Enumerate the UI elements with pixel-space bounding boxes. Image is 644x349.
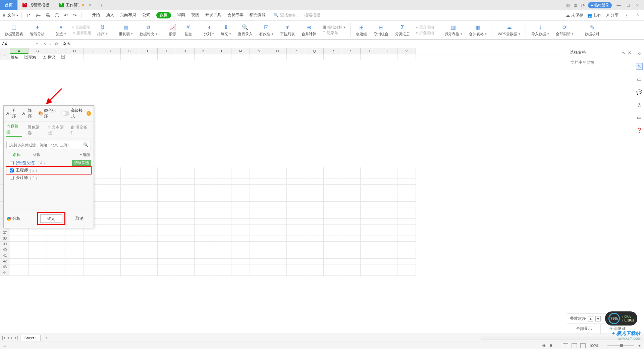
- cell[interactable]: [139, 54, 158, 60]
- cell[interactable]: [324, 219, 342, 225]
- cell[interactable]: [397, 202, 416, 207]
- cell[interactable]: [231, 207, 250, 213]
- horizontal-scrollbar[interactable]: [52, 336, 642, 340]
- cell[interactable]: [195, 54, 213, 60]
- cell[interactable]: [342, 247, 361, 253]
- cell[interactable]: [324, 167, 342, 173]
- command-search[interactable]: 🔍 查找命令… 搜索模板: [274, 12, 320, 18]
- cell[interactable]: [121, 253, 139, 259]
- cell[interactable]: [139, 202, 158, 207]
- sort-desc-button[interactable]: A↑ 降序: [22, 108, 35, 119]
- cell[interactable]: [305, 225, 324, 230]
- ribbon-fund[interactable]: ¥基金: [181, 24, 195, 37]
- cell[interactable]: [268, 230, 287, 236]
- cell[interactable]: [305, 253, 324, 259]
- cell[interactable]: [397, 173, 416, 179]
- zoom-slider[interactable]: [607, 345, 634, 346]
- cell[interactable]: [176, 213, 195, 219]
- cell[interactable]: [342, 207, 361, 213]
- cell[interactable]: [268, 219, 287, 225]
- cell[interactable]: [139, 173, 158, 179]
- cell[interactable]: [379, 185, 397, 190]
- col-header-Q[interactable]: Q: [305, 48, 324, 54]
- cell[interactable]: [231, 190, 250, 196]
- ribbon-pivot[interactable]: ◫数据透视表: [2, 24, 26, 37]
- cell[interactable]: [121, 196, 139, 202]
- cell[interactable]: [176, 242, 195, 247]
- cell[interactable]: [10, 270, 29, 276]
- cell[interactable]: [65, 253, 84, 259]
- cell[interactable]: [176, 230, 195, 236]
- cell[interactable]: [10, 264, 29, 270]
- row-header[interactable]: 38: [0, 236, 10, 242]
- cell[interactable]: [195, 202, 213, 207]
- row-header[interactable]: 1: [0, 54, 10, 60]
- cell[interactable]: [213, 259, 231, 264]
- ribbon-dropdown[interactable]: ▾下拉列表: [277, 24, 298, 37]
- formula-input[interactable]: 秦天: [61, 41, 644, 47]
- cell[interactable]: [250, 207, 268, 213]
- cell[interactable]: [397, 270, 416, 276]
- cell[interactable]: [397, 167, 416, 173]
- cell[interactable]: [102, 167, 121, 173]
- side-book-icon[interactable]: ▭: [636, 114, 643, 121]
- cell[interactable]: [361, 225, 379, 230]
- cell[interactable]: [84, 236, 102, 242]
- cell[interactable]: [176, 196, 195, 202]
- ribbon-cloud[interactable]: ☁WPS云数据: [495, 24, 523, 37]
- ribbon-group[interactable]: ⊞创建组: [353, 24, 370, 37]
- cell[interactable]: [305, 179, 324, 185]
- tab-home[interactable]: 首页: [0, 0, 18, 10]
- cell[interactable]: [121, 219, 139, 225]
- cell[interactable]: [213, 173, 231, 179]
- cell[interactable]: [139, 196, 158, 202]
- cell[interactable]: [139, 236, 158, 242]
- header-options[interactable]: ≡ 选项: [80, 152, 90, 157]
- cancel-button[interactable]: 取消: [69, 215, 90, 222]
- cell[interactable]: [176, 185, 195, 190]
- checkbox[interactable]: [10, 176, 14, 180]
- cell[interactable]: [231, 264, 250, 270]
- cell[interactable]: [176, 253, 195, 259]
- cell[interactable]: [342, 196, 361, 202]
- ribbon-subtotal[interactable]: Σ分类汇总: [392, 24, 413, 37]
- cell[interactable]: [361, 247, 379, 253]
- select-all-corner[interactable]: [0, 48, 10, 54]
- ribbon-lookup[interactable]: 🔍查找录入: [235, 24, 255, 37]
- cell[interactable]: [305, 190, 324, 196]
- filter-dropdown-button[interactable]: ▾: [43, 55, 46, 59]
- cell[interactable]: [121, 242, 139, 247]
- ribbon-filter[interactable]: ▾筛选: [53, 24, 69, 37]
- cell[interactable]: [342, 190, 361, 196]
- cell[interactable]: [176, 247, 195, 253]
- cell[interactable]: [397, 190, 416, 196]
- cell[interactable]: [342, 264, 361, 270]
- cell[interactable]: [231, 253, 250, 259]
- spreadsheet[interactable]: A B C D E F G H I J K L M N O P Q R S T …: [0, 48, 567, 334]
- cell[interactable]: [305, 236, 324, 242]
- cell[interactable]: [65, 270, 84, 276]
- cell[interactable]: [176, 264, 195, 270]
- cell[interactable]: [397, 207, 416, 213]
- ribbon-split[interactable]: ⫞分列: [201, 24, 217, 37]
- cell[interactable]: [139, 179, 158, 185]
- simulate-button[interactable]: 囲 模拟分析 ▾: [322, 25, 345, 30]
- text-filter-button[interactable]: ▿ 文本筛选: [48, 124, 67, 136]
- cell[interactable]: [268, 54, 287, 60]
- cell[interactable]: [139, 264, 158, 270]
- cell[interactable]: [139, 185, 158, 190]
- cell[interactable]: [176, 259, 195, 264]
- cell[interactable]: [231, 173, 250, 179]
- cell[interactable]: [102, 202, 121, 207]
- ribbon-consolidate[interactable]: ⊕合并计算: [299, 24, 319, 37]
- cell[interactable]: [231, 230, 250, 236]
- cell[interactable]: [102, 207, 121, 213]
- ribbon-refresh[interactable]: ⟳全部刷新: [553, 24, 576, 37]
- cell[interactable]: [176, 270, 195, 276]
- sheet-add-button[interactable]: ＋: [43, 335, 50, 341]
- cell[interactable]: [10, 259, 29, 264]
- cell[interactable]: [158, 225, 176, 230]
- cell[interactable]: [213, 202, 231, 207]
- cell[interactable]: [342, 167, 361, 173]
- ribbon-compare[interactable]: ⧉数据对比: [137, 24, 160, 37]
